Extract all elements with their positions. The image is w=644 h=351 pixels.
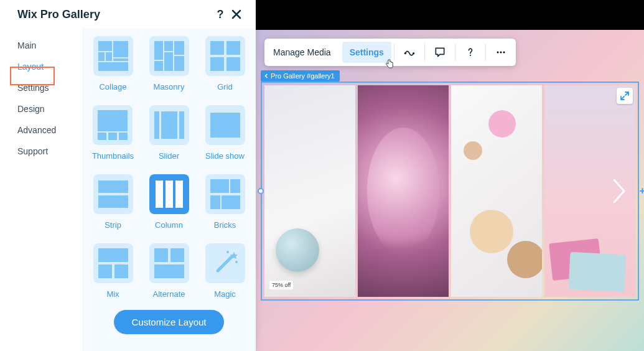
- more-icon: [495, 46, 507, 58]
- svg-rect-2: [98, 52, 105, 61]
- tile-label: Magic: [214, 289, 236, 299]
- layout-tile-alternate[interactable]: Alternate: [149, 243, 189, 299]
- layout-tile-column[interactable]: Column: [149, 174, 189, 230]
- manage-media-button[interactable]: Manage Media: [264, 39, 340, 66]
- svg-rect-18: [108, 133, 117, 140]
- gallery-element[interactable]: 75% off +: [261, 82, 639, 301]
- svg-rect-14: [210, 57, 224, 71]
- tile-label: Masonry: [154, 82, 185, 91]
- close-button[interactable]: [228, 6, 245, 22]
- svg-rect-36: [222, 195, 240, 209]
- svg-point-47: [413, 52, 414, 54]
- sidebar-item-design[interactable]: Design: [0, 98, 82, 119]
- layout-tile-magic[interactable]: Magic: [205, 243, 245, 299]
- bricks-icon: [210, 179, 240, 209]
- panel-title: Wix Pro Gallery: [17, 8, 100, 21]
- settings-label: Settings: [350, 47, 384, 57]
- layout-tile-strip[interactable]: Strip: [93, 174, 133, 230]
- element-breadcrumb[interactable]: Pro Gallery #gallery1: [261, 70, 340, 82]
- svg-rect-17: [98, 133, 106, 140]
- sidebar-label: Layout: [17, 62, 44, 72]
- panel-header: Wix Pro Gallery ?: [0, 0, 256, 29]
- layout-tile-mix[interactable]: Mix: [93, 243, 133, 299]
- svg-rect-1: [113, 41, 128, 57]
- help-button[interactable]: ?: [212, 6, 228, 22]
- svg-rect-35: [210, 195, 220, 209]
- customize-layout-button[interactable]: Customize Layout: [114, 310, 223, 334]
- slideshow-icon: [210, 110, 240, 140]
- svg-point-46: [404, 52, 406, 54]
- tile-label: Mix: [106, 289, 119, 299]
- sidebar-item-layout[interactable]: Layout: [0, 56, 82, 77]
- sidebar-item-support[interactable]: Support: [0, 141, 82, 162]
- expand-icon: [620, 91, 629, 100]
- layout-tile-collage[interactable]: Collage: [93, 36, 133, 91]
- svg-rect-3: [106, 52, 112, 61]
- sidebar-item-main[interactable]: Main: [0, 35, 82, 56]
- layout-tile-slideshow[interactable]: Slide show: [205, 105, 245, 161]
- svg-rect-22: [154, 111, 159, 139]
- column-icon: [154, 179, 184, 209]
- editor-canvas: Manage Media Settings Pro Gallery #galle…: [256, 0, 644, 351]
- tile-label: Thumbnails: [92, 151, 134, 161]
- sidebar-item-advanced[interactable]: Advanced: [0, 119, 82, 141]
- tile-label: Slider: [159, 151, 179, 161]
- svg-rect-9: [164, 52, 173, 71]
- animation-button[interactable]: [394, 39, 424, 66]
- layout-tile-slider[interactable]: Slider: [149, 105, 189, 161]
- sidebar-label: Settings: [17, 83, 49, 93]
- layout-picker: Collage Masonry Grid Thumbnails: [82, 29, 256, 351]
- breadcrumb-label: Pro Gallery #gallery1: [271, 72, 335, 80]
- settings-panel: Wix Pro Gallery ? Main Layout Settings D…: [0, 0, 256, 351]
- svg-rect-8: [164, 41, 173, 51]
- svg-rect-12: [210, 41, 224, 55]
- sidebar-item-settings[interactable]: Settings: [0, 77, 82, 98]
- canvas-topbar: [256, 0, 644, 30]
- add-handle-right[interactable]: +: [640, 185, 644, 197]
- masonry-icon: [154, 41, 184, 71]
- collage-icon: [98, 41, 128, 71]
- svg-rect-42: [154, 264, 184, 278]
- svg-point-51: [503, 52, 505, 54]
- svg-rect-15: [226, 57, 240, 71]
- gallery-image[interactable]: [358, 85, 449, 297]
- tile-label: Grid: [217, 82, 233, 91]
- thumbnails-icon: [98, 110, 128, 140]
- layout-tile-masonry[interactable]: Masonry: [149, 36, 189, 91]
- tile-label: Collage: [99, 82, 126, 91]
- layout-tile-grid[interactable]: Grid: [205, 36, 245, 91]
- svg-rect-13: [226, 41, 240, 55]
- toolbar-help-button[interactable]: [455, 39, 485, 66]
- sidebar-label: Support: [17, 146, 48, 156]
- layout-tile-thumbnails[interactable]: Thumbnails: [92, 105, 134, 161]
- svg-rect-41: [170, 248, 184, 262]
- tile-label: Slide show: [205, 151, 245, 161]
- svg-rect-32: [175, 180, 183, 208]
- comment-button[interactable]: [425, 39, 455, 66]
- svg-rect-30: [156, 180, 163, 208]
- slider-icon: [154, 110, 184, 140]
- resize-handle-left[interactable]: [258, 188, 264, 194]
- layout-tile-bricks[interactable]: Bricks: [205, 174, 245, 230]
- expand-button[interactable]: [617, 88, 633, 104]
- comment-icon: [434, 46, 446, 58]
- svg-rect-6: [154, 41, 163, 60]
- sale-badge: 75% off: [269, 281, 293, 289]
- svg-rect-40: [154, 248, 168, 262]
- animation-icon: [403, 46, 416, 58]
- tile-label: Bricks: [214, 220, 236, 230]
- chevron-left-icon: [264, 73, 269, 78]
- svg-point-45: [235, 261, 238, 263]
- help-icon: [464, 46, 477, 58]
- more-button[interactable]: [486, 39, 516, 66]
- tile-label: Column: [155, 220, 183, 230]
- svg-rect-7: [154, 61, 163, 71]
- panel-sidebar: Main Layout Settings Design Advanced Sup…: [0, 29, 82, 351]
- svg-rect-28: [98, 180, 128, 193]
- gallery-image[interactable]: [451, 85, 542, 297]
- svg-point-49: [497, 52, 498, 54]
- gallery-next-arrow[interactable]: [609, 174, 629, 208]
- gallery-image[interactable]: 75% off: [264, 85, 355, 297]
- grid-icon: [210, 41, 240, 71]
- chevron-right-icon: [612, 177, 627, 205]
